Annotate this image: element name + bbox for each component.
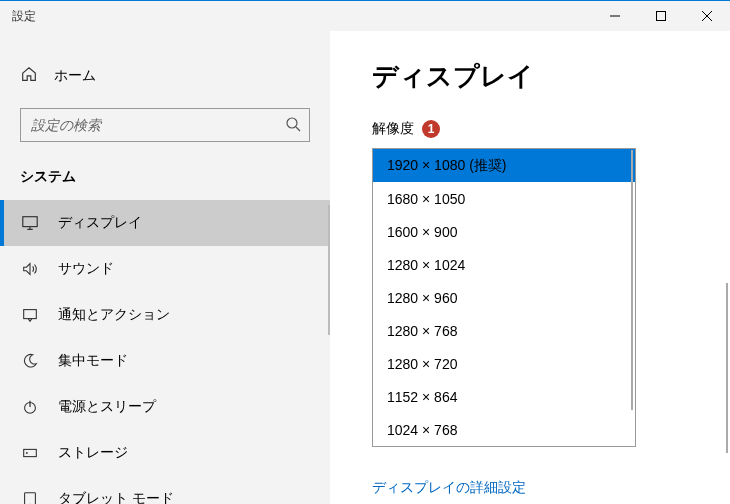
svg-point-6 [26,452,28,454]
power-icon [20,398,40,416]
svg-point-1 [287,118,297,128]
sidebar-item-label: ディスプレイ [58,214,142,232]
sidebar-item-notifications[interactable]: 通知とアクション [0,292,330,338]
resolution-option[interactable]: 1280 × 720 [373,347,635,380]
sidebar-item-label: ストレージ [58,444,128,462]
sidebar-item-sound[interactable]: サウンド [0,246,330,292]
svg-rect-7 [25,493,36,504]
resolution-label: 解像度 [372,120,414,138]
resolution-option[interactable]: 1600 × 900 [373,215,635,248]
sidebar-item-label: 集中モード [58,352,128,370]
sidebar: ホーム システム ディスプレイ [0,31,330,504]
sidebar-home-label: ホーム [54,67,96,85]
sidebar-item-label: 通知とアクション [58,306,170,324]
main-content: ディスプレイ 解像度 1 1920 × 1080 (推奨) 1680 × 105… [330,31,730,504]
window-title: 設定 [0,8,36,25]
main-scrollbar[interactable] [726,283,728,453]
moon-icon [20,352,40,370]
sidebar-item-focus[interactable]: 集中モード [0,338,330,384]
storage-icon [20,444,40,462]
titlebar: 設定 [0,1,730,31]
resolution-option[interactable]: 1280 × 960 [373,281,635,314]
close-button[interactable] [684,1,730,31]
resolution-option[interactable]: 1680 × 1050 [373,182,635,215]
sound-icon [20,260,40,278]
svg-rect-2 [23,217,37,227]
resolution-option[interactable]: 1920 × 1080 (推奨) [373,149,635,182]
resolution-option[interactable]: 1152 × 864 [373,380,635,413]
annotation-badge: 1 [422,120,440,138]
advanced-display-link[interactable]: ディスプレイの詳細設定 [372,471,730,504]
resolution-option[interactable]: 1024 × 768 [373,413,635,446]
search-input[interactable] [31,117,285,133]
sidebar-item-display[interactable]: ディスプレイ [0,200,330,246]
resolution-dropdown[interactable]: 1920 × 1080 (推奨) 1680 × 1050 1600 × 900 … [372,148,636,447]
home-icon [20,65,38,86]
notification-icon [20,306,40,324]
svg-rect-5 [24,449,37,456]
page-title: ディスプレイ [372,59,730,94]
svg-rect-0 [657,12,666,21]
tablet-icon [20,490,40,504]
sidebar-item-power[interactable]: 電源とスリープ [0,384,330,430]
svg-rect-3 [24,310,37,319]
resolution-option[interactable]: 1280 × 1024 [373,248,635,281]
sidebar-item-label: タブレット モード [58,490,174,504]
dropdown-scrollbar[interactable] [631,150,633,410]
sidebar-item-label: 電源とスリープ [58,398,156,416]
sidebar-home[interactable]: ホーム [0,55,330,96]
sidebar-section-label: システム [0,142,330,200]
resolution-option[interactable]: 1280 × 768 [373,314,635,347]
sidebar-item-tablet[interactable]: タブレット モード [0,476,330,504]
minimize-button[interactable] [592,1,638,31]
sidebar-item-label: サウンド [58,260,114,278]
search-box[interactable] [20,108,310,142]
sidebar-item-storage[interactable]: ストレージ [0,430,330,476]
maximize-button[interactable] [638,1,684,31]
monitor-icon [20,214,40,232]
search-icon [285,116,301,135]
